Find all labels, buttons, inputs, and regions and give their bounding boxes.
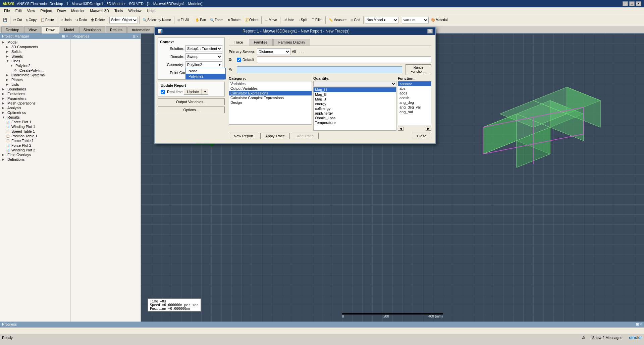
geometry-row: Geometry: Polyline2 ▼ None Polyline2 [160,61,222,68]
function-header: Function: [398,76,431,80]
context-section: Context Solution: Setup1 : Transient Dom… [158,38,225,80]
category-col: Category: VariablesOutput VariablesCalcu… [229,76,312,131]
geometry-dropdown-list[interactable]: None Polyline2 [185,68,226,79]
quantity-item[interactable]: Ohmic_Loss [314,116,396,120]
add-trace-button[interactable]: Add Trace [292,133,319,139]
geom-polyline2-option[interactable]: Polyline2 [186,74,225,79]
solution-label: Solution: [160,47,184,51]
close-dialog-button[interactable]: Close [412,133,431,139]
function-item[interactable]: ang_rad [398,110,431,114]
quantity-item[interactable]: Mag_H [314,87,396,92]
quantity-dropdown[interactable] [313,81,396,86]
quantity-item[interactable]: energy [314,101,396,106]
apply-trace-button[interactable]: Apply Trace [260,133,290,139]
dialog-action-buttons: New Report Apply Trace Add Trace Close [229,133,431,139]
primary-sweep-dropdown[interactable]: Distance [257,48,290,55]
bottom-left-buttons: Output Variables... Options... [158,98,225,113]
dialog-titlebar: 📊 Report: 1 - Maxwell3DDesign1 - New Rep… [155,27,435,35]
x-value-input[interactable]: Distance [257,56,431,63]
x-default-label: Default [243,58,254,62]
real-time-label: Real time [167,90,182,94]
y-value-input[interactable]: Mag_H [237,66,402,73]
category-item[interactable]: Design [229,100,312,105]
function-item[interactable]: abs [398,86,431,91]
primary-sweep-label: Primary Sweep: [229,50,256,54]
dialog-overlay: 📊 Report: 1 - Maxwell3DDesign1 - New Rep… [0,0,644,345]
function-item[interactable]: acosh [398,95,431,100]
x-label: X: [229,58,235,62]
domain-dropdown[interactable]: Sweep [185,53,222,60]
update-report-section: Update Report Real time Update ▼ [158,82,225,96]
func-scroll-right[interactable]: ▶ [426,127,431,131]
function-item[interactable]: ang_deg_val [398,105,431,110]
options-button[interactable]: Options... [158,107,225,113]
quantity-list[interactable]: Mag_HMag_BMag_JenergycoEnergyappEnergyOh… [313,87,396,131]
dialog-right-panel: Trace Families Families Display Primary … [227,38,433,141]
category-header: Category: [229,76,312,80]
cqf-area: Category: VariablesOutput VariablesCalcu… [229,76,431,131]
geometry-chevron-icon: ▼ [217,63,222,67]
update-button[interactable]: Update [184,89,202,95]
function-item[interactable]: acos [398,91,431,95]
function-item[interactable]: <none> [398,81,431,86]
quantity-item[interactable]: Temperature [314,120,396,125]
quantity-item[interactable]: appEnergy [314,111,396,116]
range-function-area: RangeFunction... [406,64,431,75]
solution-dropdown[interactable]: Setup1 : Transient [185,45,222,52]
dialog-title: Report: 1 - Maxwell3DDesign1 - New Repor… [243,29,350,33]
primary-sweep-dots[interactable]: … [299,48,305,55]
function-list[interactable]: <none>absacosacoshang_degang_deg_valang_… [398,81,431,126]
quantity-item[interactable]: Mag_B [314,92,396,97]
function-item[interactable]: ang_deg [398,100,431,105]
geometry-label: Geometry: [160,63,184,67]
quantity-header: Quantity: [313,76,396,80]
x-row: X: Default Distance [229,56,431,63]
tab-trace[interactable]: Trace [229,39,248,46]
tab-families[interactable]: Families [249,39,273,46]
domain-row: Domain: Sweep [160,53,222,60]
dialog-icon: 📊 [158,29,163,33]
range-function-button[interactable]: RangeFunction... [406,64,431,75]
dialog-body: Context Solution: Setup1 : Transient Dom… [155,35,435,143]
quantity-col: Quantity: Mag_HMag_BMag_JenergycoEnergya… [313,76,396,131]
y-row: Y: Mag_H RangeFunction... [229,64,431,75]
dialog-tabs: Trace Families Families Display [229,39,431,46]
y-label: Y: [229,68,235,72]
update-report-label: Update Report [161,83,222,87]
geometry-value: Polyline2 [186,63,217,67]
category-item[interactable]: Calculator Expressions [229,91,312,95]
new-report-button[interactable]: New Report [229,133,258,139]
function-col: Function: <none>absacosacoshang_degang_d… [398,76,431,131]
x-default-checkbox[interactable] [237,58,241,62]
context-label: Context [160,40,222,44]
primary-sweep-range: All [292,50,296,54]
solution-row: Solution: Setup1 : Transient [160,45,222,52]
category-item[interactable]: Output Variables [229,86,312,91]
geometry-dropdown-trigger[interactable]: Polyline2 ▼ [185,61,222,68]
output-variables-button[interactable]: Output Variables... [158,98,225,105]
category-list[interactable]: VariablesOutput VariablesCalculator Expr… [229,81,312,125]
category-item[interactable]: Calculator Complex Expressions [229,95,312,100]
domain-label: Domain: [160,55,184,59]
primary-sweep-row: Primary Sweep: Distance All … [229,48,431,55]
func-scroll-left[interactable]: ◀ [398,127,404,131]
tab-families-display[interactable]: Families Display [273,39,310,46]
quantity-item[interactable]: Mag_J [314,97,396,101]
geom-none-option[interactable]: None [186,68,225,74]
dialog-close-button[interactable]: ✕ [427,29,433,33]
quantity-item[interactable]: coEnergy [314,106,396,111]
real-time-checkbox[interactable] [161,90,165,94]
update-dropdown-button[interactable]: ▼ [202,89,208,95]
category-item[interactable]: Variables [229,81,312,86]
new-trace-dialog: 📊 Report: 1 - Maxwell3DDesign1 - New Rep… [154,27,436,144]
